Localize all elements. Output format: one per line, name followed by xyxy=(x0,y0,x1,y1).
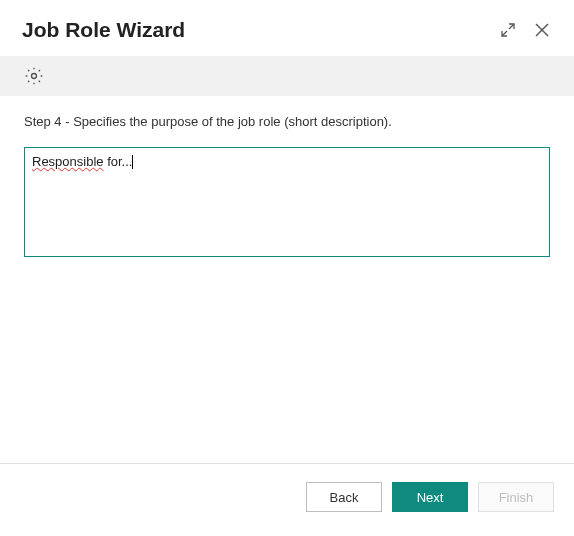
finish-button: Finish xyxy=(478,482,554,512)
gear-icon[interactable] xyxy=(22,64,46,88)
description-input[interactable]: Responsible for... xyxy=(24,147,550,257)
text-cursor xyxy=(132,155,133,169)
back-button[interactable]: Back xyxy=(306,482,382,512)
dialog-header: Job Role Wizard xyxy=(0,0,574,52)
toolbar xyxy=(0,56,574,96)
close-icon[interactable] xyxy=(532,20,552,40)
input-text-rest: for... xyxy=(104,154,133,169)
job-role-wizard-dialog: Job Role Wizard xyxy=(0,0,574,536)
svg-point-0 xyxy=(32,74,37,79)
header-icons xyxy=(498,20,552,40)
expand-icon[interactable] xyxy=(498,20,518,40)
next-button[interactable]: Next xyxy=(392,482,468,512)
input-text-misspelled: Responsible xyxy=(32,154,104,169)
dialog-title: Job Role Wizard xyxy=(22,18,498,42)
step-description: Step 4 - Specifies the purpose of the jo… xyxy=(24,114,550,129)
content-area: Step 4 - Specifies the purpose of the jo… xyxy=(0,96,574,463)
dialog-footer: Back Next Finish xyxy=(0,463,574,536)
